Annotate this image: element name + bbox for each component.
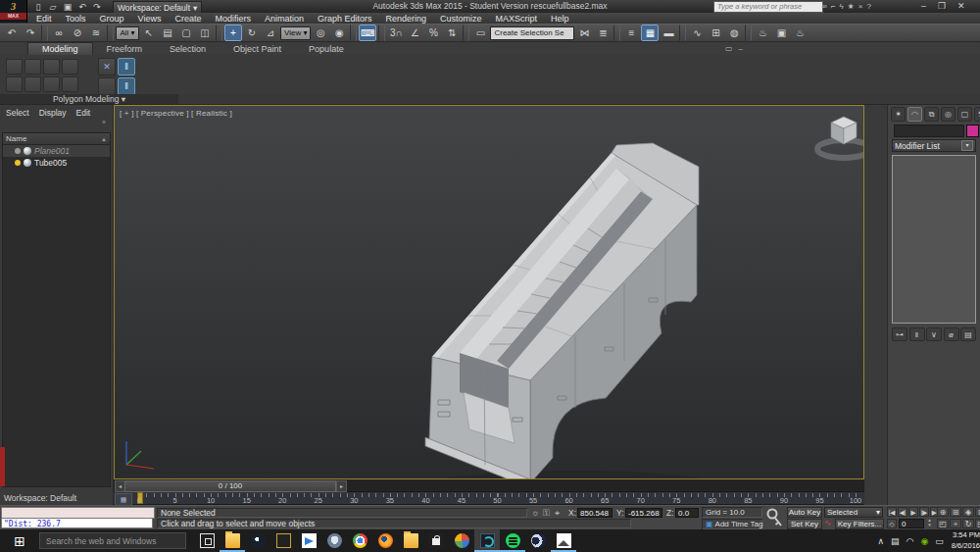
viewport-label[interactable]: [ + ] [ Perspective ] [ Realistic ] <box>120 109 232 118</box>
taskbar-app-3ds-max[interactable] <box>474 529 500 552</box>
explorer-row-plane001[interactable]: Plane001 <box>3 145 110 157</box>
zoom-extents-all-icon[interactable]: ⊡ <box>975 507 980 517</box>
material-editor-icon[interactable]: ◍ <box>725 25 743 41</box>
loop-button[interactable] <box>62 76 78 92</box>
set-keys-button[interactable] <box>765 507 785 528</box>
ribbon-minimize-icon[interactable]: – <box>739 44 743 53</box>
make-unique-icon[interactable]: ∨ <box>926 327 942 341</box>
set-key-button[interactable]: Set Key <box>787 519 822 529</box>
action-center-icon[interactable]: ▭ <box>935 536 944 546</box>
object-name-field[interactable] <box>894 125 964 137</box>
taskbar-app-file-explorer[interactable] <box>220 529 245 552</box>
taskbar-app-messaging-app[interactable] <box>321 529 347 552</box>
visibility-bulb-icon[interactable] <box>15 148 21 154</box>
help-search-input[interactable]: Type a keyword or phrase <box>713 1 823 13</box>
dummy-button[interactable] <box>98 77 116 95</box>
key-filters-button[interactable]: Key Filters... <box>835 519 884 529</box>
explorer-row-tube005[interactable]: Tube005 <box>3 157 110 169</box>
grow-button[interactable] <box>43 76 60 92</box>
model-fire-truck-body[interactable] <box>425 143 699 478</box>
current-frame-field[interactable]: 0 <box>899 519 924 528</box>
percent-snap-icon[interactable]: % <box>424 25 442 41</box>
search-binoculars-icon[interactable]: ∞ <box>821 2 827 11</box>
rect-region-icon[interactable]: ▢ <box>177 25 195 41</box>
tab-hierarchy[interactable]: ⧉ <box>924 107 939 122</box>
name-column-header[interactable]: Name ▲ <box>3 133 110 145</box>
close-button[interactable]: ✕ <box>957 1 965 11</box>
maximize-viewport-icon[interactable]: ◱ <box>975 519 980 528</box>
track-bar[interactable]: ▦ 05101520253035404550556065707580859095… <box>114 492 864 505</box>
keyboard-override-icon[interactable]: ⌨ <box>359 25 376 41</box>
perspective-viewport[interactable]: [ + ] [ Perspective ] [ Realistic ] <box>114 105 864 479</box>
taskbar-app-task-view[interactable] <box>194 529 220 552</box>
border-mode-button[interactable] <box>43 59 60 75</box>
taskbar-app-spotify[interactable] <box>500 529 525 552</box>
align-icon[interactable]: ≣ <box>594 25 612 41</box>
frame-spinner[interactable]: ▴ ▾ <box>926 518 933 527</box>
add-time-tag[interactable]: ▣Add Time Tag <box>702 519 762 529</box>
ribbon-panel-icon[interactable]: ▭ <box>725 44 733 53</box>
zoom-region-icon[interactable]: ◰ <box>937 519 949 528</box>
taskbar-app-media-app[interactable] <box>449 529 474 552</box>
pin-stack-icon[interactable]: ⊶ <box>892 327 907 341</box>
nvidia-icon[interactable]: ◉ <box>920 536 928 546</box>
default-in-out-tangent-icon[interactable]: ∿ <box>824 518 832 527</box>
taskbar-app-media-player[interactable] <box>525 529 551 552</box>
move-icon[interactable]: + <box>224 25 242 41</box>
redo-quick-icon[interactable]: ↷ <box>90 1 104 13</box>
scale-icon[interactable]: ⊿ <box>262 25 279 41</box>
scene-explorer-toggle-icon[interactable]: ▦ <box>641 25 659 41</box>
named-selection-combo[interactable]: Create Selection Se <box>490 26 574 40</box>
layer-manager-icon[interactable]: ≡ <box>622 25 640 41</box>
curve-editor-icon[interactable]: ∿ <box>688 25 706 41</box>
zoom-all-icon[interactable]: ⊞ <box>950 507 961 517</box>
visibility-bulb-icon[interactable] <box>15 160 21 166</box>
lock-selection-icon[interactable]: ⚿ <box>543 508 550 519</box>
tab-modify[interactable]: ◠ <box>907 107 922 122</box>
app-logo[interactable]: 3 MAX <box>0 0 27 23</box>
modifier-list-dropdown[interactable]: Modifier List ▾ <box>892 139 976 152</box>
y-coordinate-field[interactable]: -615.268 <box>625 508 662 518</box>
rendered-frame-icon[interactable]: ▣ <box>772 25 790 41</box>
input-indicator-icon[interactable]: ▤ <box>891 536 900 546</box>
taskbar-app-windows-store[interactable] <box>423 529 449 552</box>
transform-typein-icon[interactable]: ⌖ <box>555 508 560 519</box>
polygon-modeling-panel-label[interactable]: Polygon Modeling ▾ <box>0 94 178 104</box>
next-frame-arrow[interactable]: ▸ <box>336 480 347 492</box>
tab-display[interactable]: ▢ <box>957 107 972 122</box>
restore-button[interactable]: ❐ <box>938 1 946 11</box>
configure-modifier-sets-icon[interactable]: ▤ <box>960 327 976 341</box>
spinner-snap-icon[interactable]: ⇅ <box>443 25 461 41</box>
x-coordinate-field[interactable]: 850.548 <box>577 508 612 518</box>
next-frame-button[interactable]: |▶ <box>919 507 929 517</box>
snap-toggle-icon[interactable]: 3∩ <box>387 25 405 41</box>
network-icon[interactable]: ◠ <box>906 536 914 546</box>
star-icon[interactable]: ★ <box>848 2 855 11</box>
window-crossing-icon[interactable]: ◫ <box>196 25 214 41</box>
taskbar-app-steam[interactable] <box>245 529 270 552</box>
taskbar-app-folder-2[interactable] <box>398 529 423 552</box>
select-by-name-icon[interactable]: ▤ <box>159 25 176 41</box>
select-manipulate-icon[interactable]: ◉ <box>330 25 348 41</box>
modifier-stack[interactable] <box>892 155 976 324</box>
pan-icon[interactable]: + <box>950 519 961 528</box>
preview-off-button[interactable]: ✕ <box>98 58 116 75</box>
taskbar-app-firefox[interactable] <box>372 529 398 552</box>
bind-spacewarp-icon[interactable]: ≋ <box>87 25 105 41</box>
minimize-button[interactable]: – <box>921 1 926 11</box>
use-pivot-icon[interactable]: ◎ <box>312 25 329 41</box>
polygon-mode-button[interactable] <box>62 59 78 75</box>
prev-frame-button[interactable]: ◀| <box>898 507 907 517</box>
z-coordinate-field[interactable]: 0.0 <box>675 508 699 518</box>
selection-filter-dropdown[interactable]: All ▾ <box>116 26 139 40</box>
tab-utilities[interactable]: ⚒ <box>974 107 980 122</box>
ref-coord-dropdown[interactable]: View ▾ <box>280 26 311 40</box>
render-setup-icon[interactable]: ♨ <box>754 25 771 41</box>
help-icon[interactable]: ? <box>866 2 870 11</box>
mirror-icon[interactable]: ⋈ <box>575 25 593 41</box>
shaded-toggle-button[interactable]: ‖ <box>118 58 135 75</box>
taskbar-app-mixcraft[interactable] <box>270 529 296 552</box>
taskbar-app-chrome[interactable] <box>347 529 372 552</box>
isolate-selection-icon[interactable]: ☼ <box>531 508 539 518</box>
vertex-mode-button[interactable] <box>6 59 23 75</box>
